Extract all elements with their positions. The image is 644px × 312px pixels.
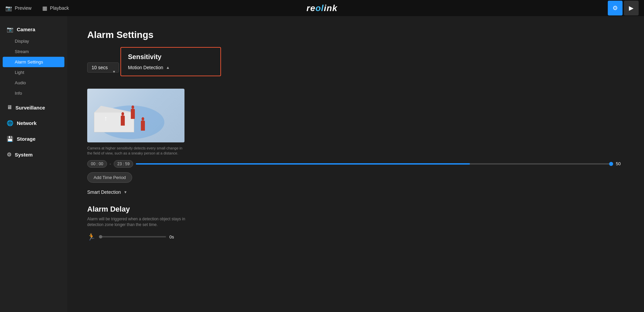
detection-image: ↑ <box>87 89 184 142</box>
storage-header[interactable]: 💾 Storage <box>0 132 67 145</box>
storage-section: 💾 Storage <box>0 132 67 145</box>
network-section: 🌐 Network <box>0 117 67 130</box>
playback-icon: ▦ <box>42 5 47 11</box>
alarm-delay-row: 🏃 0s <box>87 233 624 241</box>
time-range-row: 00 : 00 - 23 : 59 50 <box>87 160 624 168</box>
surveillance-label: Surveillance <box>15 105 45 110</box>
preview-icon: 📷 <box>5 5 12 11</box>
surveillance-section: 🖥 Surveillance <box>0 101 67 114</box>
person-figure-3 <box>141 121 145 131</box>
surveillance-header[interactable]: 🖥 Surveillance <box>0 101 67 114</box>
alarm-delay-title: Alarm Delay <box>87 205 624 214</box>
camera-icon: 📷 <box>7 26 13 33</box>
network-icon: 🌐 <box>7 120 13 126</box>
alarm-delay-slider[interactable] <box>99 236 166 237</box>
sidebar-item-stream[interactable]: Stream <box>0 46 67 57</box>
topnav-right: ⚙ ▶ <box>608 1 639 15</box>
system-icon: ⚙ <box>7 151 11 158</box>
topnav-left: 📷 Preview ▦ Playback <box>5 5 69 11</box>
preview-label: Preview <box>15 5 32 11</box>
alarm-delay-thumb[interactable] <box>99 235 102 238</box>
sensitivity-box: Sensitivity Motion Detection ▲ <box>120 47 221 76</box>
add-time-period-button[interactable]: Add Time Period <box>87 172 132 183</box>
sensitivity-slider-fill <box>136 163 470 165</box>
alarm-delay-description: Alarm will be triggered when a detection… <box>87 216 195 228</box>
storage-label: Storage <box>17 136 36 142</box>
arrow-button[interactable]: ▶ <box>624 1 639 15</box>
playback-nav-item[interactable]: ▦ Playback <box>42 5 69 11</box>
network-header[interactable]: 🌐 Network <box>0 117 67 130</box>
reolink-logo: reolink <box>307 3 337 13</box>
smart-detection-label: Smart Detection <box>87 189 121 195</box>
sidebar-item-display[interactable]: Display <box>0 36 67 46</box>
storage-icon: 💾 <box>7 136 13 142</box>
topnav: 📷 Preview ▦ Playback reolink ⚙ ▶ <box>0 0 644 16</box>
playback-label: Playback <box>50 5 69 11</box>
detection-description: Camera at higher sensitivity detects eve… <box>87 146 184 156</box>
chevron-up-icon: ▲ <box>166 65 170 70</box>
sidebar-item-alarm-settings[interactable]: Alarm Settings <box>3 57 64 67</box>
sensitivity-slider-track[interactable] <box>136 163 613 165</box>
building-graphic <box>94 112 134 132</box>
arrow-indicator: ↑ <box>104 115 107 122</box>
system-label: System <box>15 152 33 158</box>
alarm-delay-section: Alarm Delay Alarm will be triggered when… <box>87 205 624 241</box>
sensitivity-title: Sensitivity <box>128 53 214 61</box>
camera-header[interactable]: 📷 Camera <box>0 23 67 36</box>
smart-detection-row[interactable]: Smart Detection ▼ <box>87 189 624 195</box>
sidebar-item-audio[interactable]: Audio <box>0 78 67 88</box>
sensitivity-slider-value: 50 <box>616 161 624 166</box>
time-start-badge: 00 : 00 <box>87 160 107 168</box>
camera-label: Camera <box>17 27 35 32</box>
time-select-wrapper: 5 secs 10 secs 15 secs 30 secs 60 secs <box>87 62 119 81</box>
surveillance-icon: 🖥 <box>7 104 12 110</box>
preview-nav-item[interactable]: 📷 Preview <box>5 5 32 11</box>
motion-detection-row[interactable]: Motion Detection ▲ <box>128 65 214 70</box>
sensitivity-slider-thumb[interactable] <box>609 162 613 166</box>
time-dropdown[interactable]: 5 secs 10 secs 15 secs 30 secs 60 secs <box>87 62 119 73</box>
settings-button[interactable]: ⚙ <box>608 1 623 15</box>
sidebar-item-light[interactable]: Light <box>0 67 67 78</box>
system-header[interactable]: ⚙ System <box>0 148 67 161</box>
sidebar: 📷 Camera Display Stream Alarm Settings L… <box>0 16 67 312</box>
camera-section: 📷 Camera Display Stream Alarm Settings L… <box>0 23 67 98</box>
system-section: ⚙ System <box>0 148 67 161</box>
sidebar-item-info[interactable]: Info <box>0 88 67 98</box>
time-separator: - <box>110 162 111 166</box>
page-title: Alarm Settings <box>87 30 624 40</box>
main-content: Alarm Settings 5 secs 10 secs 15 secs 30… <box>67 16 644 312</box>
person-figure-2 <box>131 109 135 119</box>
motion-detection-label: Motion Detection <box>128 65 163 70</box>
alarm-delay-value: 0s <box>169 234 174 239</box>
person-figure-1 <box>121 116 125 126</box>
run-icon: 🏃 <box>87 233 96 241</box>
network-label: Network <box>17 120 37 126</box>
time-end-badge: 23 : 59 <box>114 160 133 168</box>
layout: 📷 Camera Display Stream Alarm Settings L… <box>0 16 644 312</box>
chevron-down-icon: ▼ <box>123 190 127 194</box>
